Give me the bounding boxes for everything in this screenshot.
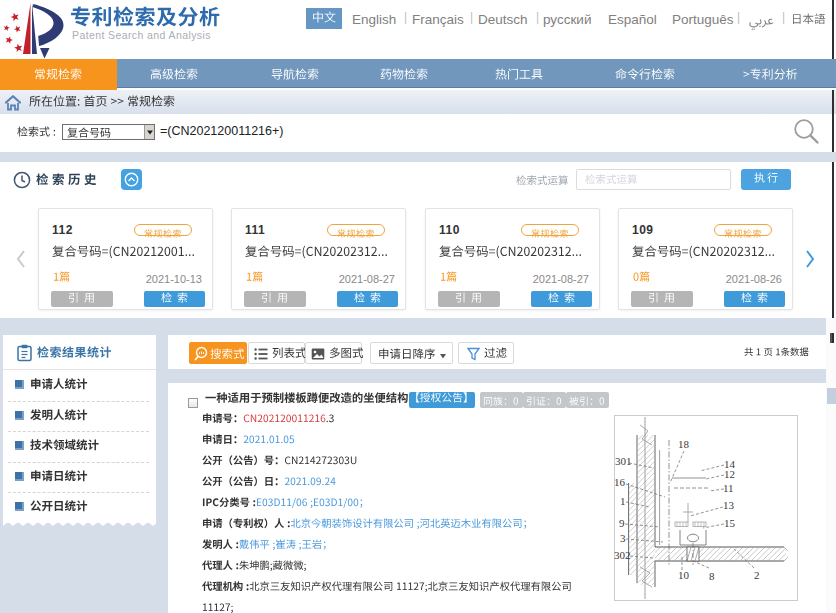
svg-text:302: 302 [614, 549, 631, 561]
svg-text:15: 15 [724, 517, 736, 529]
svg-text:3: 3 [620, 532, 626, 544]
svg-text:1: 1 [620, 495, 626, 507]
svg-text:13: 13 [723, 499, 735, 511]
svg-text:16: 16 [614, 476, 626, 488]
svg-text:12: 12 [724, 468, 735, 480]
svg-text:9: 9 [619, 517, 625, 529]
svg-text:8: 8 [709, 570, 715, 582]
svg-text:2: 2 [754, 569, 760, 581]
svg-text:18: 18 [678, 438, 690, 450]
svg-text:10: 10 [678, 569, 690, 581]
svg-text:11: 11 [723, 482, 734, 494]
svg-text:301: 301 [615, 455, 632, 467]
